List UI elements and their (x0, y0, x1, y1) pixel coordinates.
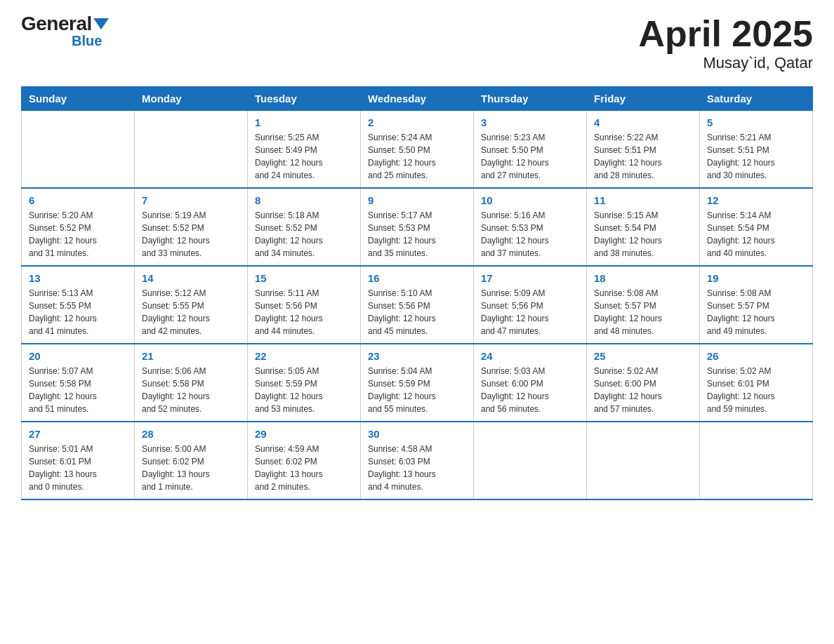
calendar-week-row: 20Sunrise: 5:07 AM Sunset: 5:58 PM Dayli… (22, 344, 813, 422)
day-number: 1 (255, 116, 353, 128)
calendar-cell: 8Sunrise: 5:18 AM Sunset: 5:52 PM Daylig… (248, 188, 361, 266)
calendar-cell: 1Sunrise: 5:25 AM Sunset: 5:49 PM Daylig… (248, 111, 361, 189)
page-subtitle: Musay`id, Qatar (638, 54, 813, 72)
day-info: Sunrise: 4:59 AM Sunset: 6:02 PM Dayligh… (255, 443, 353, 493)
calendar-cell: 21Sunrise: 5:06 AM Sunset: 5:58 PM Dayli… (135, 344, 248, 422)
calendar-header-row: SundayMondayTuesdayWednesdayThursdayFrid… (22, 87, 813, 111)
day-number: 4 (594, 116, 692, 128)
calendar-cell: 24Sunrise: 5:03 AM Sunset: 6:00 PM Dayli… (474, 344, 587, 422)
day-number: 21 (142, 350, 240, 362)
calendar-cell: 28Sunrise: 5:00 AM Sunset: 6:02 PM Dayli… (135, 422, 248, 499)
calendar-cell: 14Sunrise: 5:12 AM Sunset: 5:55 PM Dayli… (135, 266, 248, 344)
calendar-cell: 30Sunrise: 4:58 AM Sunset: 6:03 PM Dayli… (361, 422, 474, 499)
day-info: Sunrise: 5:03 AM Sunset: 6:00 PM Dayligh… (481, 365, 579, 415)
header-saturday: Saturday (700, 87, 813, 111)
day-number: 27 (29, 428, 127, 440)
day-info: Sunrise: 5:08 AM Sunset: 5:57 PM Dayligh… (707, 287, 805, 337)
logo-general-text: General (21, 14, 92, 34)
day-number: 9 (368, 194, 466, 206)
calendar-cell (135, 111, 248, 189)
calendar-week-row: 6Sunrise: 5:20 AM Sunset: 5:52 PM Daylig… (22, 188, 813, 266)
day-number: 24 (481, 350, 579, 362)
day-info: Sunrise: 4:58 AM Sunset: 6:03 PM Dayligh… (368, 443, 466, 493)
calendar-cell (474, 422, 587, 499)
day-number: 30 (368, 428, 466, 440)
day-number: 8 (255, 194, 353, 206)
day-number: 17 (481, 272, 579, 284)
day-info: Sunrise: 5:06 AM Sunset: 5:58 PM Dayligh… (142, 365, 240, 415)
day-info: Sunrise: 5:23 AM Sunset: 5:50 PM Dayligh… (481, 131, 579, 182)
day-info: Sunrise: 5:18 AM Sunset: 5:52 PM Dayligh… (255, 209, 353, 260)
day-number: 15 (255, 272, 353, 284)
day-info: Sunrise: 5:19 AM Sunset: 5:52 PM Dayligh… (142, 209, 240, 260)
calendar-cell: 18Sunrise: 5:08 AM Sunset: 5:57 PM Dayli… (587, 266, 700, 344)
day-info: Sunrise: 5:14 AM Sunset: 5:54 PM Dayligh… (707, 209, 805, 260)
day-info: Sunrise: 5:24 AM Sunset: 5:50 PM Dayligh… (368, 131, 466, 182)
logo-blue-text: Blue (72, 33, 102, 48)
day-info: Sunrise: 5:12 AM Sunset: 5:55 PM Dayligh… (142, 287, 240, 337)
calendar-cell: 11Sunrise: 5:15 AM Sunset: 5:54 PM Dayli… (587, 188, 700, 266)
day-info: Sunrise: 5:21 AM Sunset: 5:51 PM Dayligh… (707, 131, 805, 182)
day-number: 13 (29, 272, 127, 284)
day-number: 12 (707, 194, 805, 206)
day-number: 3 (481, 116, 579, 128)
day-info: Sunrise: 5:15 AM Sunset: 5:54 PM Dayligh… (594, 209, 692, 260)
day-info: Sunrise: 5:20 AM Sunset: 5:52 PM Dayligh… (29, 209, 127, 260)
calendar-cell: 3Sunrise: 5:23 AM Sunset: 5:50 PM Daylig… (474, 111, 587, 189)
day-info: Sunrise: 5:08 AM Sunset: 5:57 PM Dayligh… (594, 287, 692, 337)
day-number: 19 (707, 272, 805, 284)
page-title: April 2025 (638, 14, 813, 54)
day-number: 29 (255, 428, 353, 440)
day-number: 11 (594, 194, 692, 206)
calendar-cell: 5Sunrise: 5:21 AM Sunset: 5:51 PM Daylig… (700, 111, 813, 189)
day-number: 26 (707, 350, 805, 362)
day-info: Sunrise: 5:07 AM Sunset: 5:58 PM Dayligh… (29, 365, 127, 415)
calendar-cell (587, 422, 700, 499)
calendar-cell (700, 422, 813, 499)
calendar-cell: 29Sunrise: 4:59 AM Sunset: 6:02 PM Dayli… (248, 422, 361, 499)
header-thursday: Thursday (474, 87, 587, 111)
day-number: 6 (29, 194, 127, 206)
day-number: 16 (368, 272, 466, 284)
calendar-cell (22, 111, 135, 189)
day-info: Sunrise: 5:04 AM Sunset: 5:59 PM Dayligh… (368, 365, 466, 415)
calendar-cell: 19Sunrise: 5:08 AM Sunset: 5:57 PM Dayli… (700, 266, 813, 344)
calendar-table: SundayMondayTuesdayWednesdayThursdayFrid… (21, 86, 813, 500)
calendar-cell: 23Sunrise: 5:04 AM Sunset: 5:59 PM Dayli… (361, 344, 474, 422)
title-area: April 2025 Musay`id, Qatar (638, 14, 813, 72)
header-friday: Friday (587, 87, 700, 111)
calendar-cell: 26Sunrise: 5:02 AM Sunset: 6:01 PM Dayli… (700, 344, 813, 422)
calendar-cell: 27Sunrise: 5:01 AM Sunset: 6:01 PM Dayli… (22, 422, 135, 499)
day-number: 28 (142, 428, 240, 440)
header-monday: Monday (135, 87, 248, 111)
day-number: 25 (594, 350, 692, 362)
day-info: Sunrise: 5:25 AM Sunset: 5:49 PM Dayligh… (255, 131, 353, 182)
calendar-week-row: 1Sunrise: 5:25 AM Sunset: 5:49 PM Daylig… (22, 111, 813, 189)
day-number: 22 (255, 350, 353, 362)
day-info: Sunrise: 5:01 AM Sunset: 6:01 PM Dayligh… (29, 443, 127, 493)
day-number: 5 (707, 116, 805, 128)
day-info: Sunrise: 5:16 AM Sunset: 5:53 PM Dayligh… (481, 209, 579, 260)
calendar-cell: 7Sunrise: 5:19 AM Sunset: 5:52 PM Daylig… (135, 188, 248, 266)
logo: General Blue (21, 14, 109, 48)
calendar-cell: 17Sunrise: 5:09 AM Sunset: 5:56 PM Dayli… (474, 266, 587, 344)
calendar-cell: 16Sunrise: 5:10 AM Sunset: 5:56 PM Dayli… (361, 266, 474, 344)
day-info: Sunrise: 5:17 AM Sunset: 5:53 PM Dayligh… (368, 209, 466, 260)
svg-marker-0 (93, 18, 109, 29)
calendar-cell: 9Sunrise: 5:17 AM Sunset: 5:53 PM Daylig… (361, 188, 474, 266)
calendar-cell: 15Sunrise: 5:11 AM Sunset: 5:56 PM Dayli… (248, 266, 361, 344)
calendar-cell: 22Sunrise: 5:05 AM Sunset: 5:59 PM Dayli… (248, 344, 361, 422)
header-sunday: Sunday (22, 87, 135, 111)
day-info: Sunrise: 5:11 AM Sunset: 5:56 PM Dayligh… (255, 287, 353, 337)
day-number: 10 (481, 194, 579, 206)
header-wednesday: Wednesday (361, 87, 474, 111)
header: General Blue April 2025 Musay`id, Qatar (21, 14, 813, 72)
calendar-week-row: 27Sunrise: 5:01 AM Sunset: 6:01 PM Dayli… (22, 422, 813, 499)
day-number: 18 (594, 272, 692, 284)
day-info: Sunrise: 5:02 AM Sunset: 6:00 PM Dayligh… (594, 365, 692, 415)
calendar-cell: 6Sunrise: 5:20 AM Sunset: 5:52 PM Daylig… (22, 188, 135, 266)
day-info: Sunrise: 5:09 AM Sunset: 5:56 PM Dayligh… (481, 287, 579, 337)
calendar-cell: 20Sunrise: 5:07 AM Sunset: 5:58 PM Dayli… (22, 344, 135, 422)
calendar-cell: 2Sunrise: 5:24 AM Sunset: 5:50 PM Daylig… (361, 111, 474, 189)
day-number: 23 (368, 350, 466, 362)
